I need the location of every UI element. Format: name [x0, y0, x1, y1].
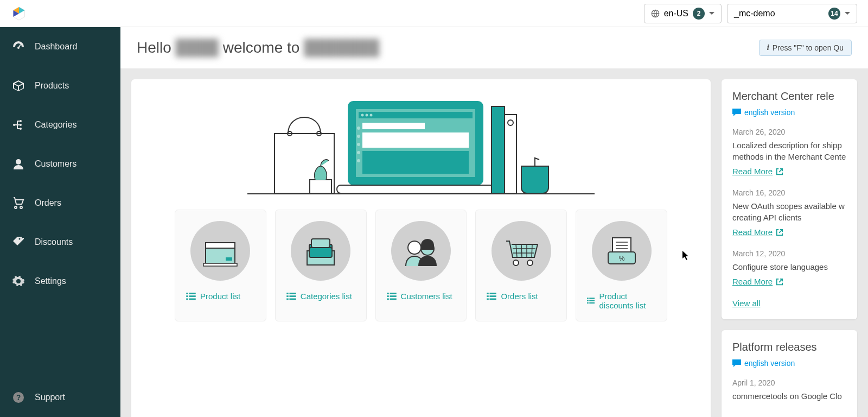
svg-rect-27: [362, 151, 469, 174]
external-icon: [776, 229, 783, 236]
svg-rect-74: [487, 295, 489, 297]
folders-illustration-icon: [302, 235, 340, 267]
svg-rect-49: [311, 239, 330, 248]
list-icon: [286, 293, 296, 300]
list-icon: [387, 293, 397, 300]
tile-discounts-list[interactable]: % Product discounts list: [576, 210, 667, 321]
locale-selector[interactable]: en-US 2: [644, 4, 722, 23]
quick-access-hint[interactable]: i Press "F" to open Qu: [759, 40, 852, 56]
svg-rect-55: [289, 295, 296, 297]
tile-icon-circle: [492, 221, 551, 281]
nav-label: Customers: [35, 159, 76, 169]
svg-point-6: [13, 124, 15, 126]
svg-rect-56: [289, 298, 296, 300]
tile-icon-circle: [291, 221, 350, 281]
svg-rect-41: [186, 293, 188, 294]
nav-label: Discounts: [35, 237, 73, 247]
tile-icon-circle: %: [592, 221, 652, 281]
project-badge: 14: [828, 8, 840, 20]
speech-icon: [732, 359, 741, 367]
main-content: Hello ████ welcome to ███████ i Press "F…: [120, 27, 868, 417]
nav-customers[interactable]: Customers: [0, 144, 120, 184]
svg-text:?: ?: [16, 393, 21, 402]
tile-categories-list[interactable]: Categories list: [275, 210, 367, 321]
greeting-hello: Hello: [137, 39, 176, 56]
svg-rect-76: [490, 293, 496, 294]
view-all-link[interactable]: View all: [732, 299, 760, 308]
nav-label: Products: [35, 81, 69, 91]
tile-product-list[interactable]: Product list: [175, 210, 266, 321]
panel-title: Platform releases: [732, 341, 846, 353]
read-more-link[interactable]: Read More: [732, 228, 783, 237]
locale-badge: 2: [693, 8, 705, 20]
svg-rect-34: [492, 106, 505, 193]
nav-orders[interactable]: Orders: [0, 184, 120, 223]
read-more-link[interactable]: Read More: [732, 277, 783, 286]
nav-support[interactable]: ? Support: [0, 378, 120, 417]
release-date: April 1, 2020: [732, 378, 846, 387]
nav-dashboard[interactable]: Dashboard: [0, 27, 120, 66]
platform-releases-panel: Platform releases english version April …: [722, 330, 857, 417]
svg-point-24: [370, 114, 373, 117]
tile-label-text: Customers list: [401, 292, 452, 301]
svg-rect-35: [505, 115, 516, 193]
svg-rect-90: [589, 302, 595, 304]
tile-icon-circle: [190, 221, 250, 281]
nav-discounts[interactable]: Discounts: [0, 223, 120, 262]
external-icon: [776, 168, 783, 175]
caret-icon: [845, 12, 850, 15]
panel-title: Merchant Center rele: [732, 90, 846, 103]
nav-settings[interactable]: Settings: [0, 262, 120, 301]
svg-rect-60: [387, 295, 389, 297]
svg-point-32: [357, 159, 360, 162]
svg-rect-78: [490, 298, 496, 300]
topbar: en-US 2 _mc-demo 14: [0, 0, 868, 27]
receipt-illustration-icon: %: [603, 235, 641, 267]
tile-label-text: Orders list: [501, 292, 538, 301]
caret-icon: [709, 12, 714, 15]
svg-rect-61: [387, 298, 389, 300]
external-icon: [776, 278, 783, 286]
svg-rect-63: [390, 295, 396, 297]
svg-point-30: [357, 143, 360, 146]
svg-point-29: [357, 135, 360, 138]
svg-point-7: [20, 120, 22, 122]
tile-orders-list[interactable]: Orders list: [475, 210, 567, 321]
svg-rect-33: [337, 185, 500, 193]
tile-label-text: Categories list: [301, 292, 352, 301]
read-more-link[interactable]: Read More: [732, 167, 783, 176]
merchant-releases-panel: Merchant Center rele english version Mar…: [722, 79, 857, 319]
greeting-welcome: welcome to: [223, 39, 304, 56]
svg-rect-51: [286, 293, 289, 294]
svg-rect-39: [226, 257, 232, 261]
panel-lang-link[interactable]: english version: [732, 359, 846, 368]
svg-rect-62: [390, 293, 396, 294]
nav-products[interactable]: Products: [0, 66, 120, 105]
release-date: March 26, 2020: [732, 128, 846, 136]
nav-categories[interactable]: Categories: [0, 105, 120, 144]
gear-icon: [12, 275, 25, 288]
info-icon: i: [767, 43, 769, 52]
nav-label: Settings: [35, 276, 66, 286]
panel-lang-link[interactable]: english version: [732, 108, 846, 117]
user-icon: [12, 157, 25, 170]
svg-rect-26: [362, 132, 469, 148]
svg-point-31: [357, 151, 360, 154]
svg-rect-40: [203, 263, 237, 266]
box-illustration-icon: [201, 235, 239, 267]
panel-lang-text: english version: [744, 359, 795, 368]
svg-rect-45: [189, 295, 196, 297]
svg-point-8: [20, 124, 22, 126]
svg-rect-42: [186, 295, 188, 297]
svg-rect-25: [362, 123, 425, 129]
greeting-project-redacted: ███████: [304, 39, 379, 56]
svg-rect-38: [206, 243, 235, 248]
project-selector[interactable]: _mc-demo 14: [727, 4, 857, 23]
svg-rect-73: [487, 293, 489, 294]
project-label: _mc-demo: [734, 9, 775, 18]
svg-rect-89: [589, 300, 595, 301]
greeting-name-redacted: ████: [176, 39, 219, 56]
cart-icon: [12, 197, 25, 210]
tile-customers-list[interactable]: Customers list: [375, 210, 467, 321]
cart-illustration-icon: [501, 235, 541, 267]
